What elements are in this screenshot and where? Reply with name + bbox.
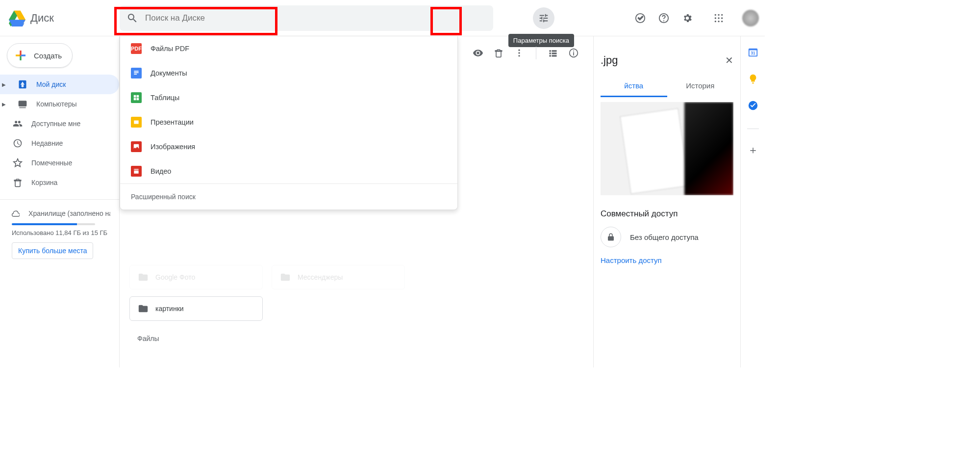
storage-used-text: Использовано 11,84 ГБ из 15 ГБ — [12, 229, 110, 236]
svg-rect-18 — [134, 121, 138, 124]
keep-icon — [748, 74, 758, 84]
star-icon — [13, 158, 23, 168]
svg-point-13 — [721, 21, 723, 22]
tab-properties[interactable]: йства — [601, 81, 667, 97]
avatar[interactable] — [742, 10, 759, 26]
svg-text:31: 31 — [751, 51, 755, 55]
svg-point-14 — [518, 50, 520, 51]
search-options-button[interactable] — [533, 7, 554, 29]
details-tabs: йства История — [601, 81, 733, 97]
details-panel: .jpg ✕ йства История Совместный доступ Б… — [593, 36, 740, 367]
sidebar-item-computers[interactable]: ▶ Компьютеры — [0, 94, 119, 114]
preview-button[interactable] — [472, 47, 484, 59]
dropdown-item-slides[interactable]: Презентации — [120, 110, 457, 134]
share-status: Без общего доступа — [601, 227, 733, 247]
close-button[interactable]: ✕ — [725, 54, 733, 66]
configure-access-link[interactable]: Настроить доступ — [601, 256, 662, 264]
people-icon — [13, 119, 23, 129]
svg-rect-19 — [134, 169, 135, 170]
tasks-app-button[interactable] — [748, 100, 758, 113]
tune-icon — [538, 13, 549, 24]
delete-button[interactable] — [493, 47, 504, 59]
rail-divider — [747, 129, 759, 129]
folder-row-1: Google Фото Мессенджеры — [129, 265, 583, 289]
svg-point-6 — [718, 14, 719, 15]
more-button[interactable] — [513, 47, 525, 59]
create-button[interactable]: Создать — [7, 43, 73, 68]
keep-app-button[interactable] — [748, 74, 758, 86]
help-button[interactable] — [657, 11, 671, 25]
nav-label: Недавние — [31, 139, 63, 147]
sidebar-item-shared[interactable]: Доступные мне — [0, 114, 119, 133]
share-heading: Совместный доступ — [601, 209, 733, 219]
search-input[interactable] — [138, 13, 489, 23]
apps-button[interactable] — [712, 11, 726, 25]
chevron-right-icon: ▶ — [2, 102, 7, 107]
nav-label: Доступные мне — [31, 120, 80, 128]
list-icon — [548, 48, 558, 58]
svg-point-5 — [715, 14, 716, 15]
video-icon — [131, 166, 142, 177]
info-icon — [569, 48, 578, 58]
app-name: Диск — [30, 12, 54, 25]
side-rail: 31 ＋ — [740, 36, 765, 367]
drive-logo-icon — [9, 10, 25, 26]
dd-label: Изображения — [151, 143, 195, 151]
sidebar-item-my-drive[interactable]: ▶ Мой диск — [0, 75, 119, 94]
search-box[interactable]: Параметры поиска — [120, 5, 493, 31]
header-actions — [633, 10, 759, 26]
view-list-button[interactable] — [547, 47, 559, 59]
lock-icon — [601, 227, 621, 247]
dropdown-item-docs[interactable]: Документы — [120, 61, 457, 85]
file-preview[interactable] — [601, 102, 733, 195]
logo[interactable]: Диск — [9, 10, 120, 26]
storage-section: Хранилище (заполнено на 78 % Использован… — [0, 199, 119, 259]
chip-label: картинки — [155, 305, 184, 313]
gear-icon — [682, 13, 693, 24]
dropdown-advanced-search[interactable]: Расширенный поиск — [120, 183, 457, 209]
dd-label: Презентации — [151, 118, 194, 126]
folder-chip-messengers[interactable]: Мессенджеры — [272, 265, 405, 289]
trash-icon — [13, 178, 23, 187]
details-title: .jpg — [601, 54, 618, 67]
dd-label: Документы — [151, 69, 187, 77]
sidebar-item-storage[interactable]: Хранилище (заполнено на 78 % — [12, 209, 110, 218]
calendar-app-button[interactable]: 31 — [748, 47, 758, 60]
folder-chip-pics[interactable]: картинки — [129, 296, 263, 321]
clock-icon — [13, 138, 23, 148]
storage-label: Хранилище (заполнено на 78 % — [28, 209, 110, 217]
nav-label: Компьютеры — [36, 100, 77, 108]
settings-button[interactable] — [680, 11, 694, 25]
svg-point-16 — [518, 55, 520, 56]
dropdown-item-pdf[interactable]: PDF Файлы PDF — [120, 36, 457, 61]
dropdown-item-video[interactable]: Видео — [120, 159, 457, 183]
svg-point-12 — [718, 21, 719, 22]
pdf-icon: PDF — [131, 43, 142, 54]
docs-icon — [131, 68, 142, 78]
search-dropdown: PDF Файлы PDF Документы Таблицы Презента… — [120, 36, 458, 210]
folder-icon — [138, 272, 149, 283]
computers-icon — [18, 99, 27, 109]
sidebar-item-trash[interactable]: Корзина — [0, 173, 119, 192]
dropdown-item-images[interactable]: Изображения — [120, 134, 457, 159]
get-addons-button[interactable]: ＋ — [748, 143, 758, 157]
tasks-icon — [748, 100, 758, 111]
info-button[interactable] — [568, 47, 579, 59]
drive-icon — [18, 79, 27, 89]
chip-label: Google Фото — [155, 273, 195, 281]
buy-storage-button[interactable]: Купить больше места — [12, 242, 93, 259]
files-section-label: Файлы — [129, 335, 583, 342]
folder-icon — [138, 303, 149, 314]
offline-ready-button[interactable] — [633, 11, 647, 25]
nav-label: Мой диск — [36, 80, 66, 88]
sidebar-item-starred[interactable]: Помеченные — [0, 153, 119, 173]
folder-chip-google-photos[interactable]: Google Фото — [129, 265, 263, 289]
svg-point-8 — [715, 17, 716, 19]
tab-history[interactable]: История — [667, 81, 734, 97]
search-icon — [126, 12, 138, 24]
dropdown-item-sheets[interactable]: Таблицы — [120, 85, 457, 110]
svg-point-11 — [715, 21, 716, 22]
svg-point-15 — [518, 52, 520, 53]
sidebar-item-recent[interactable]: Недавние — [0, 133, 119, 153]
more-vert-icon — [514, 48, 524, 58]
